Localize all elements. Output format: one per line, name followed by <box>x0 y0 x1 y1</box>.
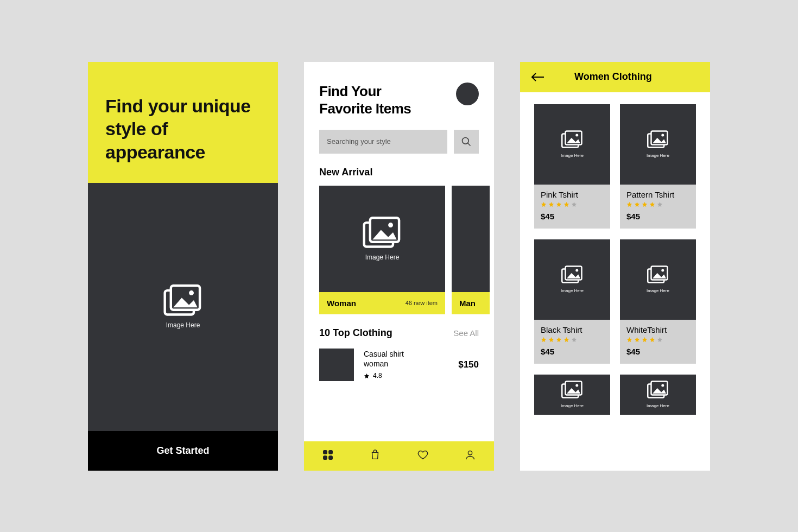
star-icon <box>626 337 632 343</box>
product-rating <box>626 337 689 343</box>
image-placeholder-label: Image Here <box>647 153 669 158</box>
star-icon <box>657 337 663 343</box>
svg-point-2 <box>189 290 194 295</box>
grid-icon <box>322 449 334 461</box>
get-started-button[interactable]: Get Started <box>88 431 278 471</box>
heart-icon <box>417 449 429 461</box>
svg-point-16 <box>575 134 578 136</box>
bottom-nav <box>304 441 494 471</box>
product-rating <box>626 201 689 207</box>
star-icon <box>649 201 655 207</box>
top-clothing-heading: 10 Top Clothing <box>319 327 392 339</box>
arrival-count: 46 new item <box>406 300 438 306</box>
image-placeholder-icon: Image Here <box>363 217 402 261</box>
product-thumb <box>319 349 354 381</box>
picture-icon <box>163 284 202 317</box>
nav-favorites[interactable] <box>417 449 429 463</box>
image-placeholder-icon: Image Here <box>561 130 584 158</box>
image-placeholder-icon: Image Here <box>647 130 669 158</box>
user-icon <box>464 449 476 461</box>
svg-point-31 <box>661 384 664 387</box>
image-placeholder-label: Image Here <box>647 403 669 408</box>
svg-point-22 <box>575 269 578 271</box>
star-icon <box>626 201 632 207</box>
star-icon <box>657 201 663 207</box>
picture-icon <box>561 265 583 284</box>
svg-point-25 <box>661 269 664 271</box>
back-icon[interactable] <box>531 72 545 82</box>
arrival-card-woman[interactable]: Image Here Woman 46 new item <box>319 186 445 314</box>
product-card[interactable]: Image HereWhiteTshirt$45 <box>620 239 696 364</box>
picture-icon <box>561 381 583 399</box>
picture-icon <box>561 130 583 149</box>
star-icon <box>649 337 655 343</box>
svg-rect-10 <box>324 455 327 459</box>
star-icon <box>548 337 554 343</box>
star-icon <box>556 201 562 207</box>
hero-banner: Find your unique style of appearance <box>88 62 278 183</box>
product-price: $45 <box>541 212 604 221</box>
star-icon <box>548 201 554 207</box>
svg-point-28 <box>575 384 578 387</box>
product-price: $150 <box>458 359 479 370</box>
hero-image-placeholder: Image Here <box>88 183 278 431</box>
product-name: Pink Tshirt <box>541 190 604 199</box>
svg-point-19 <box>661 134 664 136</box>
product-rating <box>541 201 604 207</box>
star-icon <box>541 337 547 343</box>
nav-profile[interactable] <box>464 449 476 463</box>
bag-icon <box>369 449 381 461</box>
image-placeholder-label: Image Here <box>647 288 669 293</box>
product-price: $45 <box>626 212 689 221</box>
star-icon <box>563 201 569 207</box>
picture-icon <box>647 265 669 284</box>
star-icon <box>634 337 640 343</box>
search-button[interactable] <box>454 130 479 154</box>
product-name: Pattern Tshirt <box>626 190 689 199</box>
product-rating: 4.8 <box>364 372 448 379</box>
svg-point-7 <box>388 223 393 227</box>
category-title: Women Clothing <box>574 71 652 83</box>
nav-cart[interactable] <box>369 449 381 463</box>
product-card[interactable]: Image HerePink Tshirt$45 <box>534 104 610 229</box>
product-card[interactable]: Image HereBlack Tshirt$45 <box>534 239 610 364</box>
image-placeholder-icon: Image Here <box>561 265 584 293</box>
image-placeholder-label: Image Here <box>365 254 400 261</box>
product-rating <box>541 337 604 343</box>
see-all-link[interactable]: See All <box>453 328 479 338</box>
star-icon <box>556 337 562 343</box>
product-name: Black Tshirt <box>541 325 604 334</box>
hero-headline: Find your unique style of appearance <box>105 94 261 164</box>
image-placeholder-label: Image Here <box>166 321 200 329</box>
onboarding-screen: Find your unique style of appearance Ima… <box>88 62 278 471</box>
new-arrival-heading: New Arrival <box>319 167 479 178</box>
svg-point-3 <box>463 137 469 144</box>
star-icon <box>571 201 577 207</box>
avatar[interactable] <box>456 83 479 105</box>
svg-rect-11 <box>329 455 332 459</box>
arrival-card-man[interactable]: Man <box>452 186 490 314</box>
picture-icon <box>647 381 669 399</box>
product-price: $45 <box>541 347 604 356</box>
image-placeholder-icon: Image Here <box>647 381 669 408</box>
category-screen: Women Clothing Image HerePink Tshirt$45I… <box>520 62 710 471</box>
star-icon <box>563 337 569 343</box>
product-name: WhiteTshirt <box>626 325 689 334</box>
svg-rect-9 <box>329 450 332 453</box>
search-input[interactable]: Searching your style <box>319 130 447 154</box>
product-card[interactable]: Image Here <box>534 375 610 415</box>
image-placeholder-icon: Image Here <box>647 265 669 293</box>
nav-home[interactable] <box>322 449 334 463</box>
product-card[interactable]: Image HerePattern Tshirt$45 <box>620 104 696 229</box>
svg-rect-8 <box>324 450 327 453</box>
top-clothing-item[interactable]: Casual shirt woman 4.8 $150 <box>319 349 479 381</box>
star-icon <box>364 373 370 379</box>
svg-line-4 <box>468 143 471 145</box>
page-title: Find Your Favorite Items <box>319 83 411 118</box>
home-screen: Find Your Favorite Items Searching your … <box>304 62 494 471</box>
picture-icon <box>363 217 402 249</box>
product-card[interactable]: Image Here <box>620 375 696 415</box>
arrival-category: Man <box>459 299 476 308</box>
product-name: Casual shirt woman <box>364 350 423 369</box>
image-placeholder-icon: Image Here <box>561 381 584 408</box>
